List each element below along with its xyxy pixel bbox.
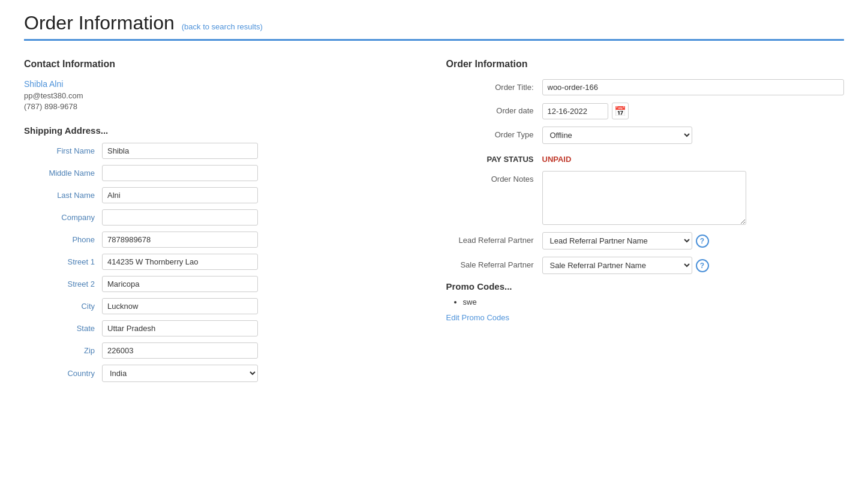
pay-status-value: UNPAID <box>542 151 572 164</box>
shipping-street-1-label: Street 1 <box>24 257 102 266</box>
promo-code-item: swe <box>463 297 845 306</box>
back-to-search-link[interactable]: (back to search results) <box>182 22 263 31</box>
shipping-state-label: State <box>24 324 102 333</box>
sale-referral-label: Sale Referral Partner <box>446 257 542 269</box>
shipping-state-row: State <box>24 320 422 336</box>
contact-phone: (787) 898-9678 <box>24 102 422 111</box>
promo-list: swe <box>446 297 845 306</box>
shipping-zip-input[interactable] <box>102 342 258 359</box>
shipping-phone-row: Phone <box>24 232 422 248</box>
lead-referral-help-icon[interactable]: ? <box>696 235 709 248</box>
shipping-company-row: Company <box>24 209 422 226</box>
shipping-company-label: Company <box>24 213 102 222</box>
country-label: Country <box>24 369 102 378</box>
order-type-row: Order Type OfflineOnline <box>446 127 845 144</box>
contact-info-section: Contact Information Shibla Alni pp@test3… <box>24 59 422 111</box>
shipping-company-input[interactable] <box>102 209 258 226</box>
shipping-phone-label: Phone <box>24 235 102 244</box>
lead-referral-label: Lead Referral Partner <box>446 232 542 245</box>
order-title-row: Order Title: <box>446 79 845 95</box>
shipping-middle-name-label: Middle Name <box>24 169 102 178</box>
shipping-middle-name-row: Middle Name <box>24 165 422 181</box>
shipping-last-name-input[interactable] <box>102 187 258 203</box>
order-date-row: Order date 📅 <box>446 103 845 119</box>
pay-status-row: PAY STATUS UNPAID <box>446 151 845 164</box>
order-date-input[interactable] <box>542 103 608 119</box>
order-section-title: Order Information <box>446 59 845 70</box>
edit-promo-link[interactable]: Edit Promo Codes <box>446 313 510 322</box>
left-column: Contact Information Shibla Alni pp@test3… <box>24 59 422 388</box>
shipping-first-name-row: First Name <box>24 143 422 159</box>
sale-referral-row: Sale Referral Partner Sale Referral Part… <box>446 257 845 274</box>
shipping-first-name-label: First Name <box>24 146 102 155</box>
order-notes-row: Order Notes <box>446 171 845 225</box>
shipping-middle-name-input[interactable] <box>102 165 258 181</box>
shipping-city-label: City <box>24 302 102 311</box>
shipping-phone-input[interactable] <box>102 232 258 248</box>
right-column: Order Information Order Title: Order dat… <box>446 59 845 388</box>
calendar-icon[interactable]: 📅 <box>612 103 629 119</box>
page-header: Order Information (back to search result… <box>24 12 844 41</box>
lead-referral-select[interactable]: Lead Referral Partner Name <box>542 232 692 249</box>
sale-referral-select[interactable]: Sale Referral Partner Name <box>542 257 692 274</box>
shipping-street-2-label: Street 2 <box>24 279 102 288</box>
sale-referral-container: Sale Referral Partner Name ? <box>542 257 709 274</box>
date-row-container: 📅 <box>542 103 629 119</box>
lead-referral-row: Lead Referral Partner Lead Referral Part… <box>446 232 845 249</box>
contact-name[interactable]: Shibla Alni <box>24 79 422 89</box>
order-type-label: Order Type <box>446 127 542 139</box>
contact-email: pp@test380.com <box>24 91 422 100</box>
promo-section-title: Promo Codes... <box>446 281 845 291</box>
order-notes-label: Order Notes <box>446 171 542 184</box>
country-select[interactable]: IndiaUnited StatesCanadaAustralia <box>102 365 258 382</box>
country-row: Country IndiaUnited StatesCanadaAustrali… <box>24 365 422 382</box>
shipping-address-label: Shipping Address... <box>24 125 422 136</box>
pay-status-label: PAY STATUS <box>446 151 542 164</box>
order-type-select[interactable]: OfflineOnline <box>542 127 692 144</box>
shipping-fields: First NameMiddle NameLast NameCompanyPho… <box>24 143 422 359</box>
promo-section: Promo Codes... swe Edit Promo Codes <box>446 281 845 322</box>
page-title: Order Information <box>24 12 175 34</box>
lead-referral-container: Lead Referral Partner Name ? <box>542 232 709 249</box>
order-notes-textarea[interactable] <box>542 171 746 225</box>
main-layout: Contact Information Shibla Alni pp@test3… <box>24 59 844 388</box>
contact-section-title: Contact Information <box>24 59 422 70</box>
shipping-city-input[interactable] <box>102 298 258 314</box>
shipping-last-name-row: Last Name <box>24 187 422 203</box>
shipping-first-name-input[interactable] <box>102 143 258 159</box>
shipping-city-row: City <box>24 298 422 314</box>
order-title-label: Order Title: <box>446 79 542 92</box>
shipping-street-2-row: Street 2 <box>24 276 422 292</box>
order-date-label: Order date <box>446 103 542 115</box>
shipping-zip-row: Zip <box>24 342 422 359</box>
shipping-state-input[interactable] <box>102 320 258 336</box>
order-title-input[interactable] <box>542 79 845 95</box>
shipping-zip-label: Zip <box>24 346 102 355</box>
shipping-street-2-input[interactable] <box>102 276 258 292</box>
shipping-street-1-input[interactable] <box>102 254 258 270</box>
shipping-street-1-row: Street 1 <box>24 254 422 270</box>
shipping-last-name-label: Last Name <box>24 191 102 200</box>
sale-referral-help-icon[interactable]: ? <box>696 259 709 272</box>
